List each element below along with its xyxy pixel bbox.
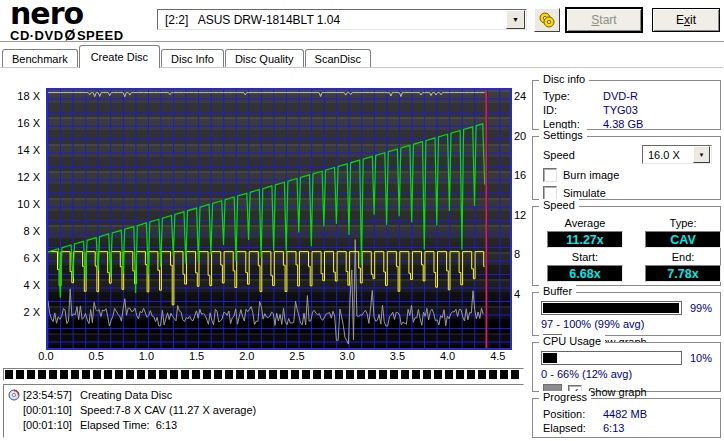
buffer-bar-fill: [543, 303, 679, 313]
right-axis-tick: 4: [514, 288, 520, 300]
x-axis-tick: 1.5: [182, 350, 212, 362]
speed-cell-label: Average: [565, 217, 606, 229]
cpu-usage-group: CPU Usage 10% 0 - 66% (12% avg) ✓ Show g…: [532, 342, 721, 392]
x-axis-tick: 3.5: [382, 350, 412, 362]
disc-info-label: ID:: [543, 104, 603, 116]
disc-info-value: 4.38 GB: [603, 118, 720, 130]
simulate-checkbox[interactable]: [543, 186, 557, 200]
checkbox-label: Simulate: [563, 187, 606, 199]
log-row: [00:01:10]Elapsed Time: 6:13: [8, 417, 519, 432]
burn-image-checkbox[interactable]: [543, 168, 557, 182]
y-axis-tick: 4 X: [4, 279, 40, 291]
x-axis-tick: 1.0: [131, 350, 161, 362]
cpu-range-text: 0 - 66% (12% avg): [533, 365, 720, 380]
y-axis-tick: 18 X: [4, 90, 40, 102]
y-axis-tick: 12 X: [4, 171, 40, 183]
settings-group: Settings Speed 16.0 X ▼ Burn imageSimula…: [532, 136, 721, 200]
buffer-title: Buffer: [539, 285, 576, 297]
status-log: [23:54:57]Creating Data Disc[00:01:10]Sp…: [3, 384, 524, 438]
speed-select[interactable]: 16.0 X ▼: [642, 145, 712, 164]
log-time: [23:54:57]: [23, 389, 72, 401]
settings-checkbox-row: Simulate: [533, 182, 720, 200]
disc-info-label: Type:: [543, 90, 603, 102]
speed-cell-value: CAV: [645, 231, 721, 248]
y-axis-tick: 6 X: [4, 252, 40, 264]
x-axis-tick: 0.0: [31, 350, 61, 362]
progress-label: Elapsed:: [543, 422, 603, 434]
speed-cell: Average11.27x: [547, 217, 623, 248]
log-text: Creating Data Disc: [80, 389, 172, 401]
chart-canvas: [48, 90, 510, 348]
speed-cell: Type:CAV: [645, 217, 721, 248]
speed-cell-value: 6.68x: [547, 265, 623, 282]
speed-label: Speed: [543, 149, 642, 161]
buffer-group: Buffer 99% 97 - 100% (99% avg) ✓ Show gr…: [532, 292, 721, 336]
log-row: [00:01:10]Speed:7-8 X CAV (11.27 X avera…: [8, 402, 519, 417]
progress-group: Progress Position:4482 MBElapsed:6:13: [532, 398, 721, 438]
write-progress-bar: [3, 368, 524, 381]
discs-icon: [538, 11, 556, 29]
tab-bar: BenchmarkCreate DiscDisc InfoDisc Qualit…: [2, 46, 372, 68]
speed-cell-label: End:: [672, 251, 695, 263]
y-axis-tick: 2 X: [4, 306, 40, 318]
progress-value: 6:13: [603, 422, 720, 434]
nero-cd-dvd-speed-window: nero CD·DVDØSPEED [2:2] ASUS DRW-1814BLT…: [0, 0, 724, 441]
drive-selector-value: [2:2] ASUS DRW-1814BLT 1.04: [158, 13, 506, 27]
cpu-bar-fill: [543, 353, 557, 363]
tab-scandisc[interactable]: ScanDisc: [305, 49, 371, 68]
right-axis-tick: 20: [514, 130, 526, 142]
speed-group-title: Speed: [539, 199, 579, 211]
tab-benchmark[interactable]: Benchmark: [2, 49, 78, 68]
x-axis-tick: 4.5: [483, 350, 513, 362]
disc-info-group: Disc info Type:DVD-RID:TYG03Length:4.38 …: [532, 80, 721, 130]
log-text: Speed:7-8 X CAV (11.27 X average): [80, 404, 256, 416]
speed-group: Speed Average11.27xType:CAVStart:6.68xEn…: [532, 206, 721, 286]
right-axis-tick: 24: [514, 90, 526, 102]
y-axis-tick: 14 X: [4, 144, 40, 156]
settings-title: Settings: [539, 129, 587, 141]
log-text: Elapsed Time: 6:13: [80, 419, 177, 431]
speed-cell: Start:6.68x: [547, 251, 623, 282]
x-axis-tick: 3.0: [332, 350, 362, 362]
speed-cell-label: Type:: [670, 217, 697, 229]
log-row: [23:54:57]Creating Data Disc: [8, 387, 519, 402]
x-axis-tick: 2.5: [282, 350, 312, 362]
log-time: [00:01:10]: [23, 419, 72, 431]
x-axis-tick: 0.5: [81, 350, 111, 362]
cpu-show-graph-label: Show graph: [588, 386, 647, 398]
x-axis-tick: 2.0: [232, 350, 262, 362]
y-axis-tick: 10 X: [4, 198, 40, 210]
right-axis-tick: 8: [514, 248, 520, 260]
disc-info-title: Disc info: [539, 73, 589, 85]
discs-button[interactable]: [534, 8, 560, 32]
y-axis-tick: 8 X: [4, 225, 40, 237]
speed-cell-value: 7.78x: [645, 265, 721, 282]
progress-rows: Position:4482 MBElapsed:6:13: [533, 399, 720, 434]
speed-select-value: 16.0 X: [643, 149, 693, 161]
y-axis-tick: 16 X: [4, 117, 40, 129]
speed-cell: End:7.78x: [645, 251, 721, 282]
tab-create-disc[interactable]: Create Disc: [79, 45, 160, 68]
cpu-percent: 10%: [690, 352, 712, 364]
right-axis-tick: 16: [514, 169, 526, 181]
speed-cells: Average11.27xType:CAVStart:6.68xEnd:7.78…: [533, 207, 720, 282]
disc-info-value: DVD-R: [603, 90, 720, 102]
exit-button[interactable]: Exit: [652, 8, 720, 32]
nero-logo: nero CD·DVDØSPEED: [10, 2, 124, 43]
speed-cell-label: Start:: [572, 251, 598, 263]
chart-plot: [46, 88, 512, 350]
start-button[interactable]: Start: [566, 8, 642, 32]
chevron-down-icon[interactable]: ▼: [693, 146, 710, 163]
buffer-range-text: 97 - 100% (99% avg): [533, 315, 720, 330]
log-time: [00:01:10]: [23, 404, 72, 416]
progress-label: Position:: [543, 408, 603, 420]
drive-selector[interactable]: [2:2] ASUS DRW-1814BLT 1.04 ▼: [157, 9, 527, 30]
right-axis-tick: 12: [514, 209, 526, 221]
checkbox-label: Burn image: [563, 169, 619, 181]
buffer-percent: 99%: [690, 302, 712, 314]
tab-disc-info[interactable]: Disc Info: [161, 49, 224, 68]
disc-icon: [8, 389, 23, 401]
chevron-down-icon[interactable]: ▼: [506, 10, 525, 29]
tab-disc-quality[interactable]: Disc Quality: [225, 49, 304, 68]
buffer-bar: [541, 301, 682, 315]
